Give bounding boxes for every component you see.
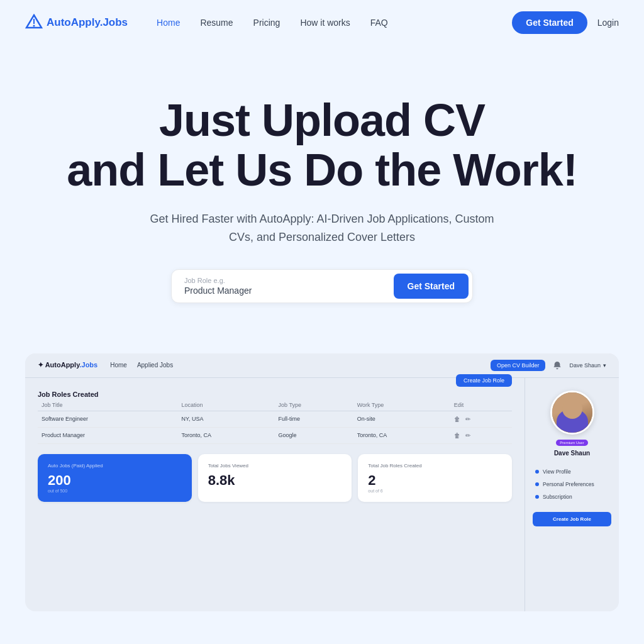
main-nav: AutoApply.Jobs Home Resume Pricing How i… [0,0,644,45]
menu-dot-prefs [535,482,539,486]
cell-worktype-1: On-site [353,411,450,427]
hero-input-label: Job Role e.g. [184,277,225,284]
nav-get-started-button[interactable]: Get Started [512,11,587,34]
logo-suffix: .Jobs [100,16,128,28]
cell-title-1: Software Engineer [38,411,178,427]
dashboard-nav-right: Open CV Builder Dave Shaun ▾ [491,360,606,371]
table-header-row: Job Title Location Job Type Work Type Ed… [38,399,512,411]
dashboard-inner: ✦ AutoApply.Jobs Home Applied Jobs Open … [25,353,619,611]
cell-actions-1: 🗑 ✏ [450,411,512,427]
nav-resume[interactable]: Resume [191,13,242,33]
avatar [550,391,594,435]
stat-applied-sub: out of 500 [48,489,182,493]
cell-title-2: Product Manager [38,427,178,443]
avatar-face [552,392,592,433]
avatar-head [562,399,582,419]
dashboard-main: Job Roles Created Create Job Role Job Ti… [25,378,525,611]
profile-menu-view[interactable]: View Profile [533,465,611,478]
logo-icon [25,14,43,31]
stat-roles-label: Total Job Roles Created [368,463,502,469]
menu-dot-view [535,470,539,474]
row-actions-1: 🗑 ✏ [454,416,508,423]
dashboard-logo: ✦ AutoApply.Jobs [38,361,97,369]
col-work-type: Work Type [353,399,450,411]
stat-roles-sub: out of 6 [368,489,502,493]
logo-prefix: AutoApply [47,16,100,28]
nav-pricing[interactable]: Pricing [245,13,289,33]
logo[interactable]: AutoApply.Jobs [25,14,128,31]
svg-point-2 [33,25,35,27]
bell-icon [553,361,562,370]
dashboard-body: Job Roles Created Create Job Role Job Ti… [25,378,619,611]
nav-home[interactable]: Home [148,13,189,33]
profile-menu-preferences[interactable]: Personal Preferences [533,478,611,491]
cell-location-2: Toronto, CA [178,427,275,443]
hero-get-started-button[interactable]: Get Started [394,274,469,299]
stat-viewed-label: Total Jobs Viewed [208,463,342,469]
profile-menu-subscription[interactable]: Subscription [533,491,611,503]
hero-search-input[interactable] [184,286,389,296]
hero-section: Just Upload CV and Let Us Do the Work! G… [0,45,644,341]
hero-title-line2: and Let Us Do the Work! [67,145,577,195]
nav-how-it-works[interactable]: How it works [291,13,358,33]
profile-name: Dave Shaun [554,450,590,457]
stat-viewed-value: 8.8k [208,472,342,489]
table-row: Software Engineer NY, USA Full-time On-s… [38,411,512,427]
dashboard-preview: ✦ AutoApply.Jobs Home Applied Jobs Open … [25,353,619,611]
stats-row: Auto Jobs (Paid) Applied 200 out of 500 … [38,454,512,502]
premium-badge: Premium User [556,440,587,446]
profile-create-role-button[interactable]: Create Job Role [533,512,611,526]
col-job-title: Job Title [38,399,178,411]
stat-applied: Auto Jobs (Paid) Applied 200 out of 500 [38,454,192,502]
section-title: Job Roles Created [38,391,99,398]
hero-input-wrap: Job Role e.g. [184,277,389,296]
dashboard-nav-links: Home Applied Jobs [110,362,173,369]
hero-subtitle: Get Hired Faster with AutoApply: AI-Driv… [140,210,504,247]
menu-dot-sub [535,495,539,499]
table-row: Product Manager Toronto, CA Google Toron… [38,427,512,443]
job-roles-table: Job Title Location Job Type Work Type Ed… [38,399,512,444]
delete-icon-2[interactable]: 🗑 [454,432,460,439]
cell-actions-2: 🗑 ✏ [450,427,512,443]
job-roles-section: Job Roles Created Create Job Role [38,388,512,399]
dashboard-nav: ✦ AutoApply.Jobs Home Applied Jobs Open … [25,353,619,378]
hero-title-line1: Just Upload CV [159,95,485,145]
edit-icon-2[interactable]: ✏ [465,432,470,439]
edit-icon-1[interactable]: ✏ [465,416,470,423]
stat-roles: Total Job Roles Created 2 out of 6 [358,454,512,502]
hero-search-bar: Job Role e.g. Get Started [171,269,473,303]
col-location: Location [178,399,275,411]
nav-links: Home Resume Pricing How it works FAQ [148,13,512,33]
dashboard-user-name[interactable]: Dave Shaun ▾ [569,362,606,369]
stat-applied-value: 200 [48,472,182,489]
col-job-type: Job Type [275,399,353,411]
stat-roles-value: 2 [368,472,502,489]
delete-icon-1[interactable]: 🗑 [454,416,460,423]
create-job-role-button[interactable]: Create Job Role [456,374,512,387]
row-actions-2: 🗑 ✏ [454,432,508,439]
cell-worktype-2: Toronto, CA [353,427,450,443]
cell-location-1: NY, USA [178,411,275,427]
cell-jobtype-2: Google [275,427,353,443]
nav-login-link[interactable]: Login [597,18,619,28]
dashboard-cv-builder-button[interactable]: Open CV Builder [491,360,546,371]
stat-viewed: Total Jobs Viewed 8.8k [198,454,352,502]
dashboard-nav-home[interactable]: Home [110,362,127,369]
nav-faq[interactable]: FAQ [362,13,397,33]
col-edit: Edit [450,399,512,411]
cell-jobtype-1: Full-time [275,411,353,427]
hero-title: Just Upload CV and Let Us Do the Work! [67,96,577,195]
dashboard-profile-panel: Premium User Dave Shaun View Profile Per… [525,378,619,611]
stat-applied-label: Auto Jobs (Paid) Applied [48,463,182,469]
dashboard-nav-applied[interactable]: Applied Jobs [137,362,173,369]
